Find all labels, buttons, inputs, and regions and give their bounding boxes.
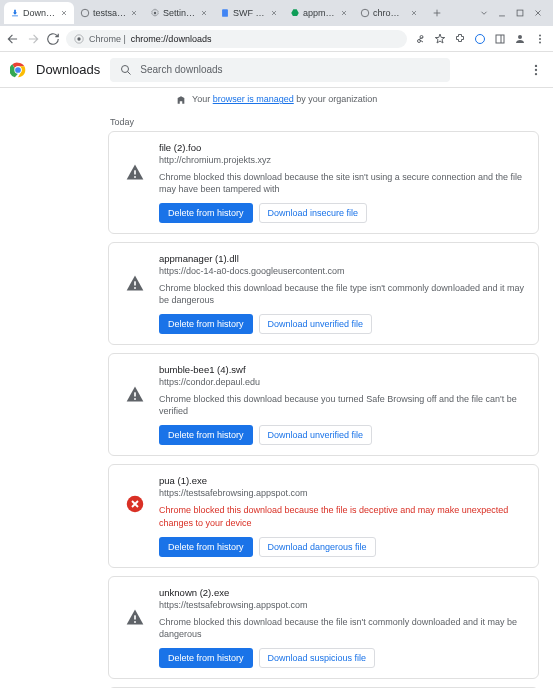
star-icon[interactable] (433, 32, 447, 46)
address-bar[interactable]: Chrome | chrome://downloads (66, 30, 407, 48)
search-icon (120, 64, 132, 76)
download-anyway-button[interactable]: Download unverified file (259, 425, 373, 445)
tab-chromium[interactable]: chromium- (354, 2, 424, 24)
svg-rect-23 (134, 287, 136, 289)
profile-icon[interactable] (513, 32, 527, 46)
browser-toolbar: Chrome | chrome://downloads (0, 26, 553, 52)
download-card: bumble-bee1 (4).swf https://condor.depau… (108, 353, 539, 456)
svg-rect-8 (496, 35, 504, 43)
building-icon (176, 95, 186, 105)
download-icon (10, 8, 20, 18)
managed-suffix: by your organization (294, 94, 378, 104)
reload-icon[interactable] (46, 32, 60, 46)
side-panel-icon[interactable] (493, 32, 507, 46)
download-url: https://condor.depaul.edu (159, 377, 526, 387)
download-card: pua (1).exe https://testsafebrowsing.app… (108, 464, 539, 567)
delete-button[interactable]: Delete from history (159, 648, 253, 668)
more-menu-icon[interactable] (529, 63, 543, 77)
new-tab-button[interactable] (428, 4, 446, 22)
download-url: https://testsafebrowsing.appspot.com (159, 488, 526, 498)
download-filename: bumble-bee1 (4).swf (159, 364, 526, 375)
status-icon (121, 142, 149, 223)
svg-rect-22 (134, 281, 136, 285)
download-anyway-button[interactable]: Download suspicious file (259, 648, 376, 668)
svg-rect-27 (134, 615, 136, 619)
delete-button[interactable]: Delete from history (159, 425, 253, 445)
delete-button[interactable]: Delete from history (159, 537, 253, 557)
download-warning: Chrome blocked this download because you… (159, 393, 526, 417)
share-icon[interactable] (413, 32, 427, 46)
close-icon[interactable] (340, 9, 348, 17)
svg-rect-21 (134, 176, 136, 178)
download-warning: Chrome blocked this download because the… (159, 616, 526, 640)
download-anyway-button[interactable]: Download insecure file (259, 203, 368, 223)
status-icon (121, 253, 149, 334)
download-card: file (2).foo http://chromium.projekts.xy… (108, 131, 539, 234)
chevron-down-icon[interactable] (479, 8, 489, 18)
tab-testsafe[interactable]: testsafebro (74, 2, 144, 24)
maximize-icon[interactable] (515, 8, 525, 18)
download-url: https://doc-14-a0-docs.googleusercontent… (159, 266, 526, 276)
close-icon[interactable] (200, 9, 208, 17)
tab-strip: Downloads testsafebro Settings - s SWF F… (0, 0, 553, 26)
tab-swf[interactable]: SWF File D (214, 2, 284, 24)
delete-button[interactable]: Delete from history (159, 203, 253, 223)
page-title: Downloads (36, 62, 100, 77)
download-filename: unknown (2).exe (159, 587, 526, 598)
managed-prefix: Your (192, 94, 213, 104)
window-controls (479, 8, 549, 18)
download-filename: appmanager (1).dll (159, 253, 526, 264)
download-url: https://testsafebrowsing.appspot.com (159, 600, 526, 610)
svg-rect-28 (134, 621, 136, 623)
tab-downloads[interactable]: Downloads (4, 2, 74, 24)
menu-icon[interactable] (533, 32, 547, 46)
tab-title: Settings - s (163, 8, 197, 18)
svg-point-6 (77, 37, 80, 40)
close-icon[interactable] (130, 9, 138, 17)
tab-title: Downloads (23, 8, 57, 18)
download-warning: Chrome blocked this download because the… (159, 282, 526, 306)
close-icon[interactable] (410, 9, 418, 17)
globe-icon (360, 8, 370, 18)
tab-appmanager[interactable]: appmanag (284, 2, 354, 24)
download-filename: file (2).foo (159, 142, 526, 153)
forward-icon[interactable] (26, 32, 40, 46)
back-icon[interactable] (6, 32, 20, 46)
svg-point-17 (535, 64, 537, 66)
close-window-icon[interactable] (533, 8, 543, 18)
svg-point-0 (81, 9, 89, 17)
extensions-icon[interactable] (453, 32, 467, 46)
search-downloads[interactable]: Search downloads (110, 58, 450, 82)
svg-rect-4 (517, 10, 523, 16)
chrome-logo-icon (10, 62, 26, 78)
download-anyway-button[interactable]: Download unverified file (259, 314, 373, 334)
managed-link[interactable]: browser is managed (213, 94, 294, 104)
download-warning: Chrome blocked this download because the… (159, 504, 526, 528)
svg-rect-2 (222, 9, 228, 17)
status-icon (121, 587, 149, 668)
svg-rect-25 (134, 398, 136, 400)
tab-settings[interactable]: Settings - s (144, 2, 214, 24)
tab-title: appmanag (303, 8, 337, 18)
download-card: unknown (2).exe https://testsafebrowsing… (108, 576, 539, 679)
svg-point-18 (535, 68, 537, 70)
status-icon (121, 475, 149, 556)
drive-icon (290, 8, 300, 18)
minimize-icon[interactable] (497, 8, 507, 18)
download-anyway-button[interactable]: Download dangerous file (259, 537, 376, 557)
url-prefix: Chrome | (89, 34, 126, 44)
labs-icon[interactable] (473, 32, 487, 46)
svg-rect-20 (134, 170, 136, 174)
delete-button[interactable]: Delete from history (159, 314, 253, 334)
globe-icon (80, 8, 90, 18)
file-icon (220, 8, 230, 18)
tab-title: chromium- (373, 8, 407, 18)
status-icon (121, 364, 149, 445)
close-icon[interactable] (60, 9, 68, 17)
download-warning: Chrome blocked this download because the… (159, 171, 526, 195)
svg-point-19 (535, 72, 537, 74)
svg-point-3 (361, 9, 369, 17)
downloads-content: Today file (2).foo http://chromium.proje… (0, 111, 553, 688)
svg-point-11 (539, 38, 541, 40)
close-icon[interactable] (270, 9, 278, 17)
